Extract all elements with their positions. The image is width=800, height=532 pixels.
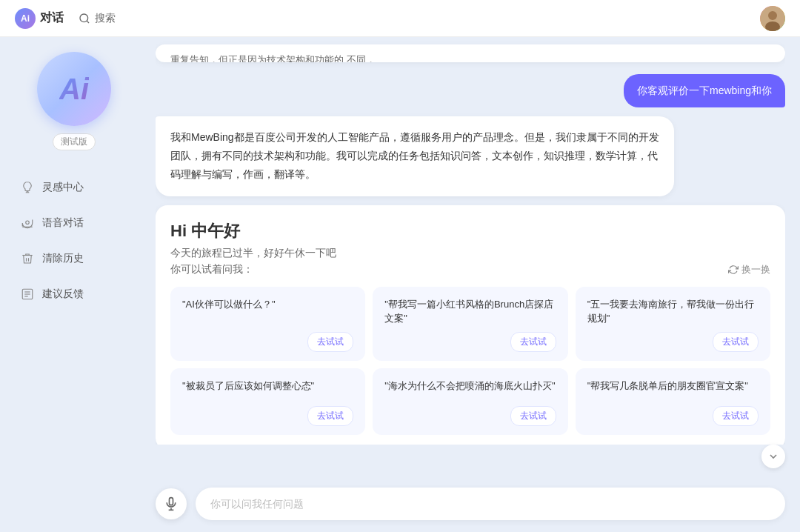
svg-point-0 (80, 14, 88, 22)
voice-icon (20, 216, 35, 230)
try-button-0[interactable]: 去试试 (307, 332, 353, 352)
sidebar-item-feedback[interactable]: 建议反馈 (11, 279, 137, 309)
suggestion-text-3: "被裁员了后应该如何调整心态" (182, 379, 353, 400)
refresh-button[interactable]: 换一换 (728, 263, 770, 276)
sidebar-menu: 灵感中心 语音对话 (0, 173, 148, 309)
sidebar: Ai 测试版 灵感中心 (0, 37, 148, 532)
try-button-3[interactable]: 去试试 (307, 406, 353, 426)
mic-icon (164, 496, 179, 511)
svg-point-7 (26, 221, 30, 225)
svg-point-3 (768, 11, 777, 20)
nav-avatar[interactable] (760, 6, 785, 31)
chat-scroll: 重复告知，但正是因为技术架构和功能的 不同， 你客观评价一下mewbing和你 … (156, 37, 785, 445)
ai-avatar-text: Ai (59, 73, 89, 106)
try-button-4[interactable]: 去试试 (510, 406, 556, 426)
ai-avatar-circle: Ai (37, 52, 111, 126)
clear-icon (20, 251, 35, 266)
ai-message-bubble: 我和MewBing都是百度公司开发的人工智能产品，遵循服务用户的产品理念。但是，… (156, 116, 674, 196)
search-icon (79, 13, 90, 24)
nav-logo-icon: Ai (15, 8, 36, 29)
sidebar-ai-avatar: Ai 测试版 (0, 52, 148, 150)
suggestion-text-2: "五一我要去海南旅行，帮我做一份出行规划" (587, 297, 759, 326)
sidebar-item-label-inspiration: 灵感中心 (42, 181, 84, 194)
search-label: 搜索 (95, 12, 116, 25)
nav-search[interactable]: 搜索 (79, 12, 116, 25)
suggestion-card-2: "五一我要去海南旅行，帮我做一份出行规划" 去试试 (576, 287, 770, 361)
try-button-1[interactable]: 去试试 (510, 332, 556, 352)
suggestion-card-1: "帮我写一篇小红书风格的Brunch店探店文案" 去试试 (373, 287, 567, 361)
chat-input[interactable] (196, 488, 785, 520)
suggestion-text-5: "帮我写几条脱单后的朋友圈官宣文案" (587, 379, 759, 400)
suggestions-sub: 今天的旅程已过半，好好午休一下吧 (170, 247, 770, 260)
scroll-down-button[interactable] (761, 445, 785, 468)
nav-logo-text: 对话 (40, 10, 64, 26)
top-nav: Ai 对话 搜索 (0, 0, 800, 37)
suggestions-prompt-label: 你可以试着问我： (170, 263, 253, 276)
top-hint-message: 重复告知，但正是因为技术架构和功能的 不同， (156, 44, 785, 62)
svg-rect-12 (170, 498, 173, 505)
refresh-label: 换一换 (741, 263, 770, 276)
suggestions-panel: Hi 中午好 今天的旅程已过半，好好午休一下吧 你可以试着问我： 换一换 (156, 205, 785, 445)
ai-message-row: 我和MewBing都是百度公司开发的人工智能产品，遵循服务用户的产品理念。但是，… (156, 116, 785, 196)
user-message-row: 你客观评价一下mewbing和你 (156, 74, 785, 107)
sidebar-item-label-voice: 语音对话 (42, 216, 84, 230)
chevron-down-icon (767, 450, 779, 462)
sidebar-item-label-feedback: 建议反馈 (42, 287, 84, 301)
svg-line-1 (87, 21, 89, 23)
ai-badge: 测试版 (53, 133, 96, 150)
feedback-icon (20, 287, 35, 302)
inspiration-icon (20, 180, 35, 195)
sidebar-item-clear[interactable]: 清除历史 (11, 244, 137, 273)
sidebar-item-label-clear: 清除历史 (42, 252, 84, 265)
user-message-bubble: 你客观评价一下mewbing和你 (624, 74, 785, 107)
sidebar-item-inspiration[interactable]: 灵感中心 (11, 173, 137, 202)
try-button-5[interactable]: 去试试 (713, 406, 759, 426)
input-area (156, 479, 785, 532)
suggestion-card-0: "AI伙伴可以做什么？" 去试试 (170, 287, 365, 361)
suggestion-card-4: "海水为什么不会把喷涌的海底火山扑灭" 去试试 (373, 368, 567, 435)
sidebar-item-voice[interactable]: 语音对话 (11, 208, 137, 238)
suggestion-text-0: "AI伙伴可以做什么？" (182, 297, 353, 326)
suggestions-grid: "AI伙伴可以做什么？" 去试试 "帮我写一篇小红书风格的Brunch店探店文案… (170, 287, 770, 435)
suggestion-card-5: "帮我写几条脱单后的朋友圈官宣文案" 去试试 (576, 368, 770, 435)
mic-button[interactable] (156, 488, 187, 519)
suggestions-greeting: Hi 中午好 (170, 220, 770, 242)
suggestions-prompt-row: 你可以试着问我： 换一换 (170, 263, 770, 276)
suggestion-text-4: "海水为什么不会把喷涌的海底火山扑灭" (384, 379, 556, 400)
nav-logo[interactable]: Ai 对话 (15, 8, 64, 29)
refresh-icon (728, 265, 739, 275)
main-layout: Ai 测试版 灵感中心 (0, 37, 800, 532)
suggestion-card-3: "被裁员了后应该如何调整心态" 去试试 (170, 368, 365, 435)
avatar-image (760, 6, 785, 31)
chat-area: 重复告知，但正是因为技术架构和功能的 不同， 你客观评价一下mewbing和你 … (148, 37, 800, 532)
suggestion-text-1: "帮我写一篇小红书风格的Brunch店探店文案" (384, 297, 556, 326)
try-button-2[interactable]: 去试试 (713, 332, 759, 352)
